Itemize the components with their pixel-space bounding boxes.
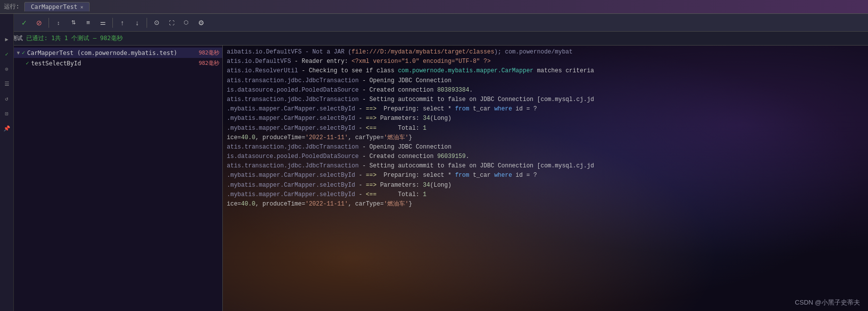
console-output[interactable]: aibatis.io.DefaultVFS - Not a JAR (file:… [223,46,868,311]
sidebar-icon-list[interactable]: ☰ [1,78,12,89]
log-line-8: .mybatis.mapper.CarMapper.selectById - <… [227,124,864,133]
root-check-icon: ✓ [22,50,25,56]
child-test-time: 982毫秒 [199,59,219,67]
separator-2 [112,18,113,28]
log-line-11: is.datasource.pooled.PooledDataSource - … [227,152,864,161]
sidebar-icon-grid[interactable]: ⊡ [1,108,12,119]
test-tree: ▼ ✓ CarMapperTest (com.powernode.mybatis… [14,46,222,70]
up-button[interactable]: ↑ [116,16,129,29]
expand-button[interactable]: ⛶ [165,16,178,29]
log-line-6: .mybatis.mapper.CarMapper.selectById - =… [227,104,864,114]
log-line-12: atis.transaction.jdbc.JdbcTransaction - … [227,161,864,171]
log-line-4: is.datasource.pooled.PooledDataSource - … [227,86,864,95]
sidebar-icon-check[interactable]: ✓ [1,49,12,59]
clock-button[interactable]: ⊙ [150,16,163,29]
log-line-9: ice=40.0, produceTime='2022-11-11', carT… [227,133,864,143]
export-button[interactable]: ⬡ [180,16,193,29]
expand-chevron: ▼ [17,50,20,55]
child-check-icon: ✓ [26,60,29,66]
top-bar: 运行: CarMapperTest × [0,0,868,14]
log-line-15: .mybatis.mapper.CarMapper.selectById - <… [227,190,864,200]
log-line-1: atis.io.DefaultVFS - Reader entry: <?xml… [227,57,864,66]
main-layout: ▶ ✓ ⊙ ☰ ↺ ⊡ 📌 ▼ ✓ CarMapperTest (com.pow… [0,46,868,311]
separator-1 [49,18,49,28]
down-button[interactable]: ↓ [131,16,144,29]
active-tab[interactable]: CarMapperTest × [24,2,90,11]
separator-3 [147,18,147,28]
status-count: 1共 1 个测试 – 982毫秒 [51,35,123,42]
sidebar-icon-run[interactable]: ▶ [1,34,12,45]
console-panel: aibatis.io.DefaultVFS - Not a JAR (file:… [223,46,868,311]
log-line-3: atis.transaction.jdbc.JdbcTransaction - … [227,76,864,86]
log-line-13: .mybatis.mapper.CarMapper.selectById - =… [227,171,864,180]
filter2-button[interactable]: ⚌ [97,16,109,29]
log-line-top: aibatis.io.DefaultVFS - Not a JAR (file:… [227,48,864,57]
tab-name: CarMapperTest [31,3,77,10]
filter1-button[interactable]: ≡ [82,16,95,29]
close-tab-button[interactable]: × [80,4,83,10]
status-passed: 已通过: [26,35,51,42]
settings-button[interactable]: ⚙ [195,16,207,29]
log-line-7: .mybatis.mapper.CarMapper.selectById - =… [227,114,864,123]
log-line-2: atis.io.ResolverUtil - Checking to see i… [227,66,864,76]
toolbar: ▶ ✓ ⊘ ↕ ⇅ ≡ ⚌ ↑ ↓ ⊙ ⛶ ⬡ ⚙ [0,14,868,32]
test-child-item[interactable]: ✓ testSelectById 982毫秒 [14,58,222,68]
test-root-item[interactable]: ▼ ✓ CarMapperTest (com.powernode.mybatis… [14,48,222,58]
run-label: 运行: [4,2,19,11]
root-test-label: CarMapperTest (com.powernode.mybatis.tes… [27,50,197,56]
log-line-14: .mybatis.mapper.CarMapper.selectById - =… [227,181,864,190]
sidebar-icon-clock[interactable]: ⊙ [1,63,12,74]
watermark: CSDN @小黑子史蒂夫 [795,298,860,307]
status-bar: ✓ 测试 已通过: 1共 1 个测试 – 982毫秒 [0,32,868,46]
log-line-10: atis.transaction.jdbc.JdbcTransaction - … [227,143,864,152]
child-test-label: testSelectById [31,60,197,67]
status-text: 测试 已通过: 1共 1 个测试 – 982毫秒 [11,34,123,43]
sort-asc-button[interactable]: ↕ [52,16,65,29]
sidebar-icon-refresh[interactable]: ↺ [1,93,12,104]
stop-button[interactable]: ⊘ [33,16,46,29]
sidebar-icon-pin[interactable]: 📌 [1,123,12,134]
sidebar-icons: ▶ ✓ ⊙ ☰ ↺ ⊡ 📌 [0,14,14,311]
root-test-time: 982毫秒 [199,49,219,56]
log-line-16: ice=40.0, produceTime='2022-11-11', carT… [227,200,864,209]
log-line-5: atis.transaction.jdbc.JdbcTransaction - … [227,95,864,104]
test-panel: ▼ ✓ CarMapperTest (com.powernode.mybatis… [0,46,223,311]
check-button[interactable]: ✓ [18,16,31,29]
sort-desc-button[interactable]: ⇅ [67,16,80,29]
